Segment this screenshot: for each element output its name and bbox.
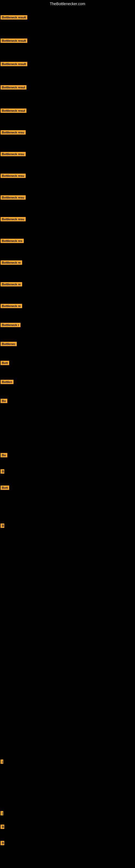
bottleneck-item: Bottleneck result — [1, 38, 27, 44]
bottleneck-item: Bo — [1, 399, 7, 404]
bottleneck-item: Bottleneck resu — [1, 130, 26, 135]
bottleneck-item: Bottleneck re — [1, 282, 22, 287]
bottleneck-item: Bott — [1, 486, 9, 491]
bottleneck-badge: Bottleneck resu — [1, 130, 26, 134]
bottleneck-badge: Bo — [1, 399, 7, 403]
bottleneck-item: Bottleneck res — [1, 239, 24, 244]
bottleneck-badge: Bottleneck result — [1, 15, 27, 20]
bottleneck-item: Bottleneck resu — [1, 217, 26, 222]
bottleneck-badge: | — [1, 760, 3, 764]
bottleneck-badge: Bottleneck result — [1, 38, 27, 43]
bottleneck-item: Bottlen — [1, 380, 13, 385]
bottleneck-item: Bottleneck resul — [1, 85, 27, 91]
bottleneck-item: Bottleneck r — [1, 323, 20, 328]
bottleneck-item: Bott — [1, 361, 9, 366]
bottleneck-badge: Bottleneck resu — [1, 174, 26, 178]
bottleneck-badge: B — [1, 841, 4, 845]
bottleneck-badge: Bottleneck re — [1, 260, 22, 265]
bottleneck-badge: Bott — [1, 361, 9, 365]
page-container: TheBottlenecker.com Bottleneck resultBot… — [0, 0, 135, 868]
bottleneck-badge: Bottleneck resul — [1, 85, 27, 90]
bottleneck-badge: Bottleneck r — [1, 323, 20, 327]
bottleneck-item: Bottleneck resu — [1, 152, 26, 157]
bottleneck-badge: B — [1, 524, 4, 528]
bottleneck-item: Bottleneck result — [1, 62, 27, 67]
bottleneck-badge: Bott — [1, 486, 9, 490]
bottleneck-item: B — [1, 469, 4, 475]
bottleneck-item: Bottleneck resu — [1, 195, 26, 201]
bottleneck-item: Bottleneck result — [1, 15, 27, 21]
bottleneck-badge: Bottleneck re — [1, 282, 22, 286]
site-title: TheBottlenecker.com — [0, 0, 135, 7]
bottleneck-item: Bottleneck resu — [1, 174, 26, 179]
bottleneck-badge: Bottleneck resul — [1, 108, 27, 113]
bottleneck-item: B — [1, 841, 4, 846]
bottleneck-badge: B — [1, 825, 4, 829]
bottleneck-badge: Bottlenec — [1, 342, 17, 346]
bottleneck-badge: Bottleneck resu — [1, 195, 26, 199]
bottleneck-badge: B — [1, 469, 4, 474]
bottleneck-badge: Bottleneck res — [1, 239, 24, 243]
bottleneck-badge: Bo — [1, 453, 7, 457]
bottleneck-item: Bottleneck re — [1, 304, 22, 309]
bottleneck-badge: Bottleneck resu — [1, 217, 26, 221]
bottleneck-badge: Bottlen — [1, 380, 13, 384]
bottleneck-badge: Bottleneck result — [1, 62, 27, 66]
bottleneck-item: Bottleneck resul — [1, 108, 27, 114]
bottleneck-item: Bottleneck re — [1, 260, 22, 266]
bottleneck-badge: | — [1, 811, 3, 815]
bottleneck-badge: Bottleneck re — [1, 304, 22, 308]
bottleneck-item: | — [1, 760, 3, 765]
bottleneck-item: B — [1, 825, 4, 830]
bottleneck-item: | — [1, 811, 3, 816]
bottleneck-item: Bottlenec — [1, 342, 17, 347]
bottleneck-item: Bo — [1, 453, 7, 458]
bottleneck-item: B — [1, 524, 4, 529]
bottleneck-badge: Bottleneck resu — [1, 152, 26, 156]
